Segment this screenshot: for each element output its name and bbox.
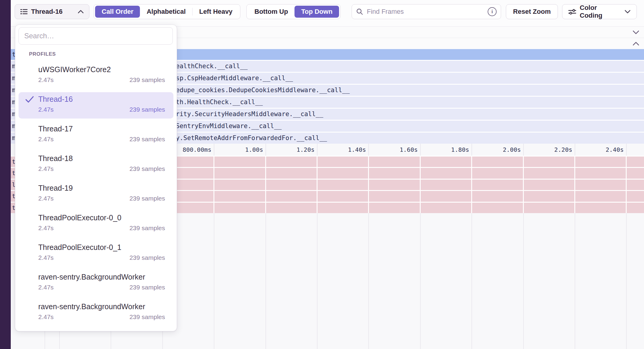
- profile-samples: 239 samples: [129, 106, 165, 113]
- profiling-flamegraph-app: Thread-16 Call Order Alphabetical Left H…: [0, 0, 644, 349]
- chevron-up-icon[interactable]: [633, 42, 639, 45]
- dropdown-search-input[interactable]: [19, 27, 173, 45]
- axis-tick: 1.80s: [424, 144, 469, 156]
- chevron-down-icon: [625, 10, 631, 13]
- profile-name: Thread-19: [38, 183, 165, 192]
- axis-tick: 1.60s: [373, 144, 418, 156]
- profile-duration: 2.47s: [38, 76, 54, 84]
- profile-samples: 239 samples: [129, 224, 165, 232]
- axis-tick: 1.40s: [321, 144, 366, 156]
- axis-tick: 1.20s: [270, 144, 315, 156]
- top-down-button[interactable]: Top Down: [294, 6, 339, 18]
- frame-label: y.SetRemoteAddrFromForwardedFor.__call__: [176, 133, 327, 144]
- profile-duration: 2.47s: [38, 254, 54, 261]
- profile-item[interactable]: raven-sentry.BackgroundWorker 2.47s 239 …: [19, 270, 173, 296]
- chevron-down-icon[interactable]: [633, 30, 639, 34]
- profile-name: Thread-17: [38, 124, 165, 133]
- axis-tick: 2.40s: [579, 144, 624, 156]
- profile-item[interactable]: ThreadPoolExecutor-0_1 2.47s 239 samples: [19, 240, 173, 267]
- profile-samples: 239 samples: [129, 284, 165, 291]
- sort-left-heavy-button[interactable]: Left Heavy: [193, 6, 239, 18]
- profile-name: raven-sentry.BackgroundWorker: [38, 302, 165, 311]
- profile-duration: 2.47s: [38, 106, 54, 113]
- profile-item[interactable]: Thread-16 2.47s 239 samples: [19, 92, 173, 119]
- profile-duration: 2.47s: [38, 313, 54, 321]
- direction-group: Bottom Up Top Down: [246, 4, 341, 19]
- thread-selector-button[interactable]: Thread-16: [15, 4, 89, 19]
- axis-tick: 1.00s: [218, 144, 263, 156]
- profile-name: Thread-16: [38, 95, 165, 104]
- profile-samples: 239 samples: [129, 254, 165, 261]
- frame-label: sp.CspHeaderMiddleware.__call__: [176, 73, 293, 84]
- profile-name: raven-sentry.BackgroundWorker: [38, 272, 165, 281]
- profile-duration: 2.47s: [38, 165, 54, 172]
- profiles-list: uWSGIWorker7Core2 2.47s 239 samples Thre…: [19, 63, 173, 329]
- profile-duration: 2.47s: [38, 136, 54, 143]
- thread-list-icon: [20, 9, 28, 15]
- profile-item[interactable]: Thread-19 2.47s 239 samples: [19, 181, 173, 207]
- profiles-section-label: PROFILES: [29, 51, 56, 57]
- frame-label: edupe_cookies.DedupeCookiesMiddleware.__…: [176, 85, 350, 96]
- sort-alphabetical-button[interactable]: Alphabetical: [140, 6, 192, 18]
- find-frames-input-wrap: i: [352, 4, 501, 19]
- profile-samples: 239 samples: [129, 195, 165, 202]
- profile-item[interactable]: uWSGIWorker7Core2 2.47s 239 samples: [19, 63, 173, 89]
- profile-item[interactable]: Thread-18 2.47s 239 samples: [19, 151, 173, 178]
- profile-samples: 239 samples: [129, 313, 165, 321]
- axis-tick: 2.20s: [527, 144, 572, 156]
- reset-zoom-button[interactable]: Reset Zoom: [506, 4, 558, 19]
- bottom-up-button[interactable]: Bottom Up: [248, 6, 294, 18]
- profile-samples: 239 samples: [129, 136, 165, 143]
- profile-item[interactable]: Thread-17 2.47s 239 samples: [19, 122, 173, 148]
- sidebar-rail: [0, 0, 11, 349]
- sort-call-order-button[interactable]: Call Order: [95, 6, 140, 18]
- profile-duration: 2.47s: [38, 224, 54, 232]
- axis-tick: 2.00s: [476, 144, 521, 156]
- profile-item[interactable]: ThreadPoolExecutor-0_0 2.47s 239 samples: [19, 211, 173, 237]
- frame-label: ealthCheck.__call__: [176, 61, 248, 72]
- profile-name: ThreadPoolExecutor-0_0: [38, 213, 165, 222]
- toolbar: Thread-16 Call Order Alphabetical Left H…: [11, 0, 644, 26]
- frame-label: SentryEnvMiddleware.__call__: [176, 121, 282, 132]
- profile-item[interactable]: raven-sentry.BackgroundWorker 2.47s 239 …: [19, 300, 173, 326]
- profile-name: ThreadPoolExecutor-0_1: [38, 243, 165, 252]
- sliders-icon: [568, 8, 576, 15]
- frame-label: th.HealthCheck.__call__: [176, 97, 263, 108]
- find-frames-input[interactable]: [366, 7, 485, 16]
- sort-order-group: Call Order Alphabetical Left Heavy: [94, 4, 240, 19]
- chevron-up-icon: [78, 10, 84, 13]
- profile-name: Thread-18: [38, 154, 165, 163]
- profile-name: uWSGIWorker7Core2: [38, 65, 165, 74]
- thread-dropdown: PROFILES uWSGIWorker7Core2 2.47s 239 sam…: [15, 25, 177, 331]
- profile-samples: 239 samples: [129, 165, 165, 172]
- frame-label: rity.SecurityHeadersMiddleware.__call__: [176, 109, 323, 120]
- thread-selector-label: Thread-16: [31, 8, 62, 16]
- color-coding-button[interactable]: Color Coding: [562, 4, 637, 19]
- profile-samples: 239 samples: [129, 76, 165, 84]
- profile-duration: 2.47s: [38, 195, 54, 202]
- search-icon: [356, 8, 363, 15]
- profile-duration: 2.47s: [38, 284, 54, 291]
- info-icon[interactable]: i: [488, 7, 497, 16]
- checkmark-icon: [25, 96, 34, 103]
